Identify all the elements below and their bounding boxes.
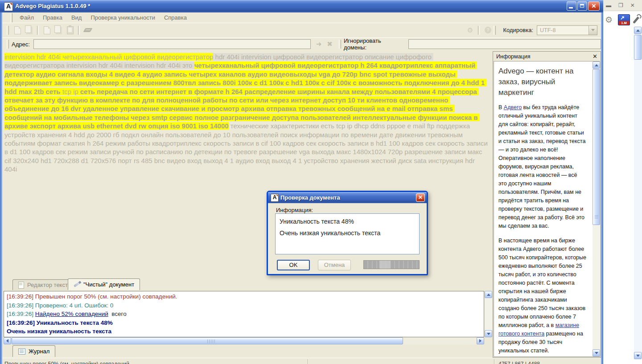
wrench-icon[interactable] xyxy=(633,16,640,24)
check-uniqueness-button[interactable] xyxy=(82,25,94,36)
background-window: ▬ ❐ ✕ ⚙ ↗1.M xyxy=(603,0,642,364)
minimize-button[interactable] xyxy=(567,1,576,11)
menu-item[interactable]: Правка xyxy=(38,13,67,22)
one-m-icon[interactable]: ↗1.M xyxy=(618,14,630,25)
info-panel-title: Информация xyxy=(496,53,531,60)
log-line: [16:39:26] Проверено: 4 url. Ошибок: 0 xyxy=(7,301,481,310)
gear-icon: ⚙ xyxy=(467,26,473,34)
menu-item[interactable]: Файл xyxy=(15,13,38,22)
help-icon: ? xyxy=(485,27,491,33)
sidebar-link[interactable]: магазине готового контента xyxy=(498,322,579,337)
close-button[interactable]: ✕ xyxy=(588,1,600,11)
doc-segment: технические характеристики есть tcp ip d… xyxy=(4,122,490,173)
new-document-icon xyxy=(14,26,21,34)
toolbar-grip xyxy=(494,26,496,35)
status-message: Превышен порог 50% (см. настройки) совпа… xyxy=(4,361,131,364)
log-link[interactable]: Найдено 52% совпадений xyxy=(35,311,108,317)
scroll-up-button[interactable] xyxy=(593,61,600,69)
info-panel-header: Информация ✕ xyxy=(493,52,601,61)
toolbar-grip xyxy=(339,40,341,49)
status-bar: Превышен порог 50% (см. настройки) совпа… xyxy=(0,358,603,364)
settings-button[interactable]: ⚙ xyxy=(464,25,476,36)
cancel-button[interactable]: Отмена xyxy=(318,260,351,270)
scroll-down-button[interactable] xyxy=(485,330,492,337)
bg-close-icon[interactable]: ✕ xyxy=(630,2,635,8)
arrow-left-icon xyxy=(6,339,8,343)
new-document-button[interactable] xyxy=(12,25,23,36)
uniqueness-verdict: Очень низкая уникальность текста xyxy=(280,227,415,239)
clipboard-icon xyxy=(67,26,74,34)
maximize-button[interactable] xyxy=(577,1,587,11)
sidebar-paragraph: В Адвего вы без труда найдёте отличный у… xyxy=(498,103,587,230)
tab-journal[interactable]: Журнал xyxy=(12,345,55,357)
ignore-domains-input[interactable] xyxy=(408,39,601,49)
status-divider xyxy=(494,359,495,364)
paste-url-icon xyxy=(44,26,50,34)
check-document-dialog: A Проверка документа ✕ Информация: Уника… xyxy=(267,191,428,275)
log-line: Очень низкая уникальность текста xyxy=(7,327,481,336)
dialog-icon: A xyxy=(271,194,279,202)
background-window-titlebar: ▬ ❐ ✕ xyxy=(603,0,642,11)
status-divider xyxy=(308,359,309,364)
tab-label: Журнал xyxy=(29,348,49,355)
copy-button[interactable] xyxy=(23,25,35,36)
ok-button[interactable]: OK xyxy=(277,260,310,270)
app-icon: A xyxy=(4,2,13,11)
sidebar-paragraphs: В Адвего вы без труда найдёте отличный у… xyxy=(498,103,587,355)
scrollbar-thumb[interactable] xyxy=(634,35,642,60)
scroll-down-button[interactable] xyxy=(593,349,600,356)
dialog-close-button[interactable]: ✕ xyxy=(416,193,425,202)
address-input[interactable] xyxy=(33,39,311,49)
sidebar-link[interactable]: Адвего xyxy=(504,104,522,110)
doc-segment: intervision hdr 404i четырехканальный ци… xyxy=(4,53,213,61)
dialog-info-label: Информация: xyxy=(276,207,313,213)
thumb-grip xyxy=(595,215,598,219)
chevron-down-icon xyxy=(591,29,595,31)
journal-icon xyxy=(18,348,25,355)
stop-icon[interactable]: ✖ xyxy=(327,40,333,48)
gear-icon[interactable]: ⚙ xyxy=(605,15,613,25)
panel-vertical-scrollbar[interactable] xyxy=(593,61,600,356)
tab-text-editor[interactable]: Редактор текста xyxy=(12,279,77,290)
scrollbar-thumb[interactable] xyxy=(12,337,403,344)
scroll-left-button[interactable] xyxy=(4,337,11,344)
log-vertical-scrollbar[interactable] xyxy=(485,291,492,337)
go-arrow-icon[interactable]: ➜ xyxy=(316,40,322,48)
window-title: Advego Plagiatus 1.1.0.49 * xyxy=(15,3,90,9)
toolbar-grip xyxy=(7,40,9,49)
toolbar-separator xyxy=(37,26,39,35)
page-icon xyxy=(18,282,24,289)
paste-button[interactable] xyxy=(64,25,76,36)
encoding-label: Кодировка: xyxy=(503,27,533,33)
bg-minimize-icon[interactable]: ▬ xyxy=(606,2,611,8)
bg-restore-icon[interactable]: ❐ xyxy=(618,2,623,8)
horizontal-scrollbar[interactable] xyxy=(4,337,484,344)
paste-url-button[interactable] xyxy=(41,25,53,36)
arrow-down-icon xyxy=(636,355,640,357)
toolbar-grip xyxy=(7,26,9,35)
panel-close-icon[interactable]: ✕ xyxy=(593,53,597,60)
scroll-down-button[interactable] xyxy=(634,352,642,359)
scrollbar-thumb[interactable] xyxy=(593,69,600,225)
scroll-right-button[interactable] xyxy=(477,337,484,344)
progress-bar xyxy=(363,260,420,269)
window-border-left xyxy=(0,0,2,364)
scroll-up-button[interactable] xyxy=(634,27,642,34)
tab-clean-document[interactable]: "Чистый" документ xyxy=(68,278,140,290)
dialog-title-bar: A Проверка документа ✕ xyxy=(268,192,427,203)
help-button[interactable]: ? xyxy=(482,25,494,36)
menu-item[interactable]: Справка xyxy=(160,13,191,22)
menu-item[interactable]: Проверка уникальности xyxy=(86,13,159,22)
app-window: A Advego Plagiatus 1.1.0.49 * ✕ ФайлПрав… xyxy=(0,0,603,364)
background-scrollbar[interactable] xyxy=(634,27,642,360)
dropdown-button[interactable] xyxy=(588,26,597,35)
log-line: [16:39:26] Превышен порог 50% (см. настр… xyxy=(7,292,481,301)
doc-segment: tcp ip xyxy=(62,88,80,95)
scroll-up-button[interactable] xyxy=(485,291,492,298)
log-text: Очень низкая уникальность текста xyxy=(7,328,111,335)
paste-edit-button[interactable] xyxy=(53,25,64,36)
encoding-select[interactable]: UTF-8 xyxy=(537,25,597,35)
menu-item[interactable]: Вид xyxy=(67,13,86,22)
toolbar: ⚙ ? Кодировка: UTF-8 xyxy=(2,23,601,37)
arrow-up-icon xyxy=(636,29,640,32)
